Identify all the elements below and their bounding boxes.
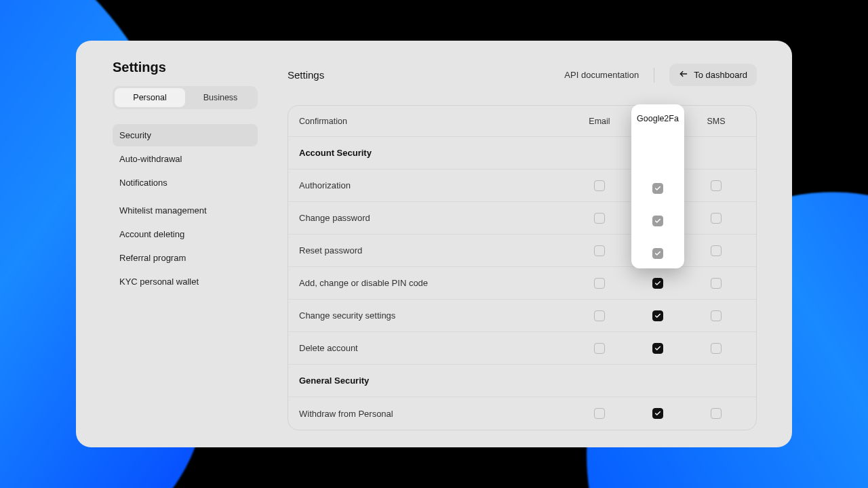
cell-google2fa	[629, 408, 687, 419]
sidebar-item-referral-program[interactable]: Referral program	[113, 247, 258, 269]
cell-google2fa	[629, 343, 687, 354]
section-title: General Security	[299, 375, 570, 386]
table-row: Delete account	[288, 332, 756, 365]
table-row: Change password	[288, 202, 756, 235]
section-header: Account Security	[288, 137, 756, 169]
to-dashboard-button[interactable]: To dashboard	[669, 64, 757, 86]
cell-email	[570, 245, 629, 256]
row-label: Reset password	[299, 245, 570, 256]
sms-checkbox[interactable]	[711, 408, 722, 419]
to-dashboard-label: To dashboard	[694, 70, 747, 80]
account-type-tabs: Personal Business	[113, 86, 258, 109]
col-sms: SMS	[687, 117, 745, 126]
cell-sms	[687, 343, 745, 354]
cell-sms	[687, 180, 745, 191]
section-title: Account Security	[299, 148, 570, 158]
cell-google2fa	[629, 278, 687, 289]
cell-sms	[687, 310, 745, 321]
sms-checkbox[interactable]	[711, 278, 722, 289]
cell-sms	[687, 408, 745, 419]
cell-sms	[687, 245, 745, 256]
popover-google2fa-checkbox[interactable]	[652, 216, 663, 226]
row-label: Change security settings	[299, 310, 570, 321]
cell-sms	[687, 278, 745, 289]
row-label: Withdraw from Personal	[299, 409, 570, 419]
google2fa-highlight-popover: Google2Fa	[631, 104, 684, 268]
col-email: Email	[570, 117, 629, 126]
row-label: Change password	[299, 213, 570, 223]
settings-window: Settings Personal Business SecurityAuto-…	[76, 41, 792, 447]
arrow-left-icon	[679, 69, 688, 81]
sms-checkbox[interactable]	[711, 245, 722, 256]
email-checkbox[interactable]	[594, 310, 605, 321]
sidebar-item-auto-withdrawal[interactable]: Auto-withdrawal	[113, 148, 258, 170]
cell-sms	[687, 213, 745, 224]
sms-checkbox[interactable]	[711, 343, 722, 354]
email-checkbox[interactable]	[594, 213, 605, 224]
table-row: Reset password	[288, 235, 756, 267]
sidebar-item-kyc-personal-wallet[interactable]: KYC personal wallet	[113, 270, 258, 293]
row-label: Delete account	[299, 343, 570, 353]
sms-checkbox[interactable]	[711, 180, 722, 191]
row-label: Authorization	[299, 180, 570, 190]
api-documentation-link[interactable]: API documentation	[564, 70, 639, 80]
main-panel: Settings API documentation To dashboard …	[266, 41, 792, 447]
popover-title: Google2Fa	[637, 114, 679, 123]
sidebar: Settings Personal Business SecurityAuto-…	[76, 41, 266, 447]
google2fa-checkbox[interactable]	[652, 408, 663, 419]
email-checkbox[interactable]	[594, 343, 605, 354]
tab-business[interactable]: Business	[185, 88, 256, 107]
table-row: Authorization	[288, 169, 756, 202]
cell-google2fa	[629, 310, 687, 321]
section-header: General Security	[288, 365, 756, 397]
col-confirmation: Confirmation	[299, 117, 570, 126]
divider	[654, 68, 654, 83]
sms-checkbox[interactable]	[711, 213, 722, 224]
google2fa-checkbox[interactable]	[652, 343, 663, 354]
row-label: Add, change or disable PIN code	[299, 278, 570, 288]
table-row: Withdraw from Personal	[288, 397, 756, 430]
google2fa-checkbox[interactable]	[652, 310, 663, 321]
email-checkbox[interactable]	[594, 278, 605, 289]
email-checkbox[interactable]	[594, 245, 605, 256]
table-row: Add, change or disable PIN code	[288, 267, 756, 300]
security-settings-table: Confirmation Email Google2Fa SMS Account…	[288, 105, 757, 430]
sms-checkbox[interactable]	[711, 310, 722, 321]
tab-personal[interactable]: Personal	[115, 88, 185, 107]
cell-email	[570, 408, 629, 419]
sidebar-nav: SecurityAuto-withdrawalNotificationsWhit…	[113, 124, 252, 293]
sidebar-item-security[interactable]: Security	[113, 124, 258, 146]
table-row: Change security settings	[288, 300, 756, 332]
sidebar-item-notifications[interactable]: Notifications	[113, 171, 258, 194]
sidebar-heading: Settings	[113, 60, 252, 75]
email-checkbox[interactable]	[594, 180, 605, 191]
email-checkbox[interactable]	[594, 408, 605, 419]
cell-email	[570, 310, 629, 321]
table-header-row: Confirmation Email Google2Fa SMS	[288, 106, 756, 137]
popover-google2fa-checkbox[interactable]	[652, 248, 663, 259]
cell-email	[570, 213, 629, 224]
cell-email	[570, 343, 629, 354]
popover-google2fa-checkbox[interactable]	[652, 183, 663, 194]
page-title: Settings	[288, 69, 564, 81]
google2fa-checkbox[interactable]	[652, 278, 663, 289]
main-header: Settings API documentation To dashboard	[266, 41, 792, 105]
sidebar-item-account-deleting[interactable]: Account deleting	[113, 223, 258, 245]
cell-email	[570, 180, 629, 191]
sidebar-item-whitelist-management[interactable]: Whitelist management	[113, 199, 258, 222]
cell-email	[570, 278, 629, 289]
